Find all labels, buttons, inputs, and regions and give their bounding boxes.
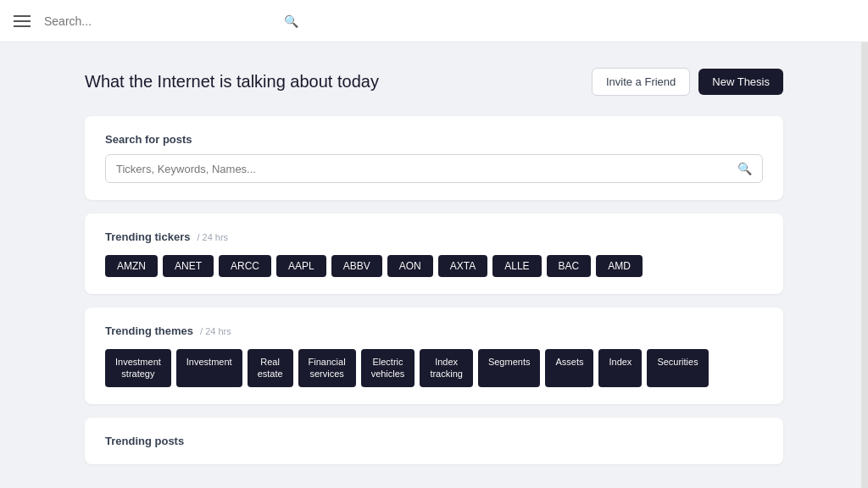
trending-posts-title: Trending posts xyxy=(105,435,763,447)
trending-tickers-title: Trending tickers xyxy=(105,230,190,243)
theme-pill[interactable]: Electricvehicles xyxy=(361,349,415,387)
page-title: What the Internet is talking about today xyxy=(85,72,379,92)
theme-pill[interactable]: Assets xyxy=(545,349,593,387)
trending-themes-period: / 24 hrs xyxy=(200,326,231,336)
trending-tickers-header: Trending tickers / 24 hrs xyxy=(105,230,763,243)
ticker-pill[interactable]: ABBV xyxy=(331,255,382,277)
nav-search-icon: 🔍 xyxy=(284,14,298,28)
ticker-pill[interactable]: BAC xyxy=(547,255,592,277)
trending-themes-title: Trending themes xyxy=(105,324,193,337)
invite-friend-button[interactable]: Invite a Friend xyxy=(592,68,690,96)
theme-pill[interactable]: Index xyxy=(598,349,642,387)
nav-search-input[interactable] xyxy=(44,14,277,28)
theme-pill[interactable]: Securities xyxy=(647,349,708,387)
trending-tickers-period: / 24 hrs xyxy=(197,232,228,242)
scrollbar[interactable] xyxy=(861,0,868,488)
search-posts-card: Search for posts 🔍 xyxy=(85,116,783,200)
new-thesis-button[interactable]: New Thesis xyxy=(698,69,783,95)
nav-search-bar: 🔍 xyxy=(44,14,298,28)
main-content: What the Internet is talking about today… xyxy=(0,42,868,488)
search-posts-input[interactable] xyxy=(116,163,737,175)
search-posts-label: Search for posts xyxy=(105,133,763,146)
ticker-list: AMZNANETARCCAAPLABBVAONAXTAALLEBACAMD xyxy=(105,255,763,277)
hamburger-menu-icon[interactable] xyxy=(14,15,31,27)
ticker-pill[interactable]: AMD xyxy=(596,255,643,277)
trending-themes-card: Trending themes / 24 hrs Investmentstrat… xyxy=(85,308,783,404)
ticker-pill[interactable]: ALLE xyxy=(492,255,541,277)
page-header: What the Internet is talking about today… xyxy=(85,68,783,96)
search-posts-wrapper: 🔍 xyxy=(105,154,763,183)
trending-tickers-card: Trending tickers / 24 hrs AMZNANETARCCAA… xyxy=(85,214,783,294)
theme-pill[interactable]: Segments xyxy=(478,349,541,387)
top-navigation: 🔍 xyxy=(0,0,868,42)
ticker-pill[interactable]: ANET xyxy=(163,255,214,277)
trending-posts-card: Trending posts xyxy=(85,418,783,464)
theme-pill[interactable]: Investment xyxy=(176,349,242,387)
header-buttons: Invite a Friend New Thesis xyxy=(592,68,783,96)
theme-pill[interactable]: Indextracking xyxy=(420,349,473,387)
theme-pill[interactable]: Financialservices xyxy=(298,349,356,387)
ticker-pill[interactable]: ARCC xyxy=(219,255,271,277)
theme-pill[interactable]: Realestate xyxy=(248,349,293,387)
ticker-pill[interactable]: AMZN xyxy=(105,255,158,277)
theme-list: InvestmentstrategyInvestmentRealestateFi… xyxy=(105,349,763,387)
ticker-pill[interactable]: AAPL xyxy=(276,255,326,277)
ticker-pill[interactable]: AXTA xyxy=(438,255,487,277)
trending-themes-header: Trending themes / 24 hrs xyxy=(105,324,763,337)
search-posts-icon: 🔍 xyxy=(737,162,752,175)
ticker-pill[interactable]: AON xyxy=(387,255,433,277)
theme-pill[interactable]: Investmentstrategy xyxy=(105,349,171,387)
